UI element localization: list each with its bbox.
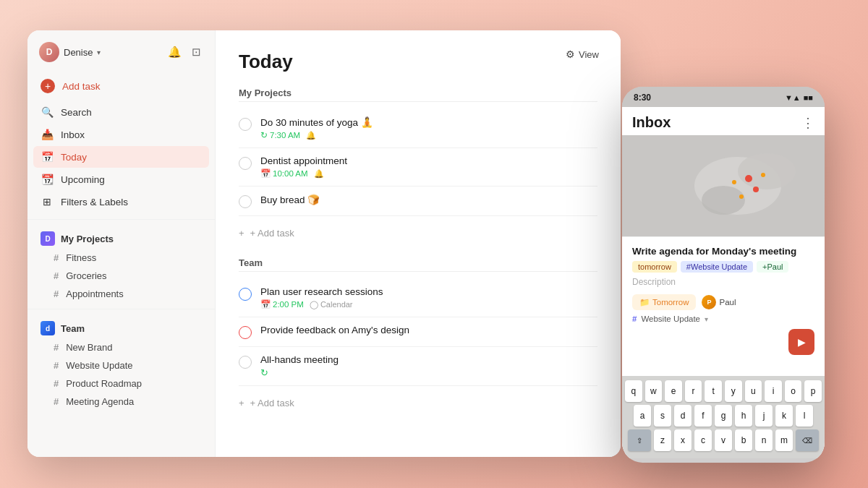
key-q[interactable]: q	[625, 380, 642, 402]
phone-overlay: 8:30 ▼▲ ■■ Inbox ⋮	[622, 87, 825, 463]
task-time: 📅 2:00 PM	[260, 299, 304, 309]
key-y[interactable]: y	[725, 380, 742, 402]
key-w[interactable]: w	[645, 380, 663, 402]
chevron-down-icon[interactable]: ▾	[705, 315, 708, 323]
team-header[interactable]: d Team	[33, 318, 209, 338]
sidebar-item-label: Inbox	[61, 129, 85, 140]
key-h[interactable]: h	[735, 405, 752, 427]
key-d[interactable]: d	[674, 405, 692, 427]
sidebar-item-meeting-agenda[interactable]: # Meeting Agenda	[33, 393, 209, 411]
task-time: ↻ 7:30 AM	[260, 130, 300, 140]
phone-status-bar: 8:30 ▼▲ ■■	[622, 87, 825, 107]
key-v[interactable]: v	[715, 429, 732, 451]
add-task-row-team[interactable]: + + Add task	[239, 392, 597, 414]
task-item: Buy bread 🍞	[239, 187, 597, 216]
project-label: Appointments	[66, 288, 124, 299]
sidebar-item-new-brand[interactable]: # New Brand	[33, 338, 209, 356]
key-e[interactable]: e	[665, 380, 682, 402]
tomorrow-button[interactable]: 📁 Tomorrow	[632, 294, 696, 310]
svg-point-4	[745, 175, 752, 182]
user-menu[interactable]: D Denise ▾	[39, 42, 101, 62]
add-task-row[interactable]: + + Add task	[239, 222, 597, 244]
key-g[interactable]: g	[715, 405, 732, 427]
sidebar-header: D Denise ▾ 🔔 ⊡	[27, 42, 215, 71]
key-c[interactable]: c	[694, 429, 712, 451]
key-r[interactable]: r	[685, 380, 702, 402]
sidebar-item-upcoming[interactable]: 📆 Upcoming	[33, 168, 209, 190]
task-item: Plan user research sessions 📅 2:00 PM ◯ …	[239, 279, 597, 317]
key-o[interactable]: o	[785, 380, 802, 402]
layout-icon[interactable]: ⊡	[189, 45, 203, 59]
phone-menu-dots[interactable]: ⋮	[801, 115, 814, 131]
send-button[interactable]: ▶	[788, 329, 814, 355]
tag-paul[interactable]: +Paul	[757, 261, 788, 273]
sidebar-item-fitness[interactable]: # Fitness	[33, 249, 209, 267]
key-u[interactable]: u	[745, 380, 762, 402]
key-z[interactable]: z	[654, 429, 671, 451]
tag-website[interactable]: #Website Update	[681, 261, 753, 273]
sidebar-item-today[interactable]: 📅 Today	[33, 146, 209, 168]
key-n[interactable]: n	[755, 429, 773, 451]
sidebar-item-website-update[interactable]: # Website Update	[33, 356, 209, 374]
phone-keyboard: q w e r t y u i o p a s d f g h j k l	[622, 376, 825, 458]
key-l[interactable]: l	[796, 405, 813, 427]
task-meta: 📅 10:00 AM 🔔	[260, 168, 597, 179]
task-meta: ↻	[260, 367, 597, 378]
sidebar-item-inbox[interactable]: 📥 Inbox	[33, 124, 209, 145]
keyboard-row-2: a s d f g h j k l	[625, 405, 822, 427]
task-checkbox[interactable]	[239, 326, 252, 339]
recurring-icon: ↻	[260, 367, 268, 378]
svg-point-7	[761, 173, 765, 177]
notifications-icon[interactable]: 🔔	[167, 45, 182, 59]
team-section-label: Team	[239, 257, 597, 272]
sidebar-item-product-roadmap[interactable]: # Product Roadmap	[33, 374, 209, 393]
task-checkbox[interactable]	[239, 118, 252, 131]
tomorrow-label: Tomorrow	[652, 298, 689, 307]
task-name: Plan user research sessions	[260, 286, 597, 297]
search-icon: 🔍	[41, 106, 54, 119]
upcoming-icon: 📆	[41, 173, 54, 186]
task-checkbox[interactable]	[239, 195, 252, 208]
key-s[interactable]: s	[654, 405, 671, 427]
my-projects-header[interactable]: D My Projects	[33, 228, 209, 249]
phone-map-area	[622, 135, 825, 236]
notification-footer: 📁 Tomorrow P Paul	[632, 294, 814, 310]
sidebar-nav: + Add task 🔍 Search 📥 Inbox 📅 Today 📆 Up…	[27, 71, 215, 216]
add-task-label: Add task	[62, 81, 101, 92]
add-task-button[interactable]: + Add task	[33, 74, 209, 98]
task-checkbox[interactable]	[239, 157, 252, 170]
sidebar-item-filters[interactable]: ⊞ Filters & Labels	[33, 191, 209, 213]
key-i[interactable]: i	[765, 380, 782, 402]
key-j[interactable]: j	[755, 405, 773, 427]
key-b[interactable]: b	[735, 429, 752, 451]
status-icons: ▼▲ ■■	[785, 93, 813, 102]
key-shift[interactable]: ⇧	[628, 429, 651, 451]
sidebar-item-search[interactable]: 🔍 Search	[33, 101, 209, 123]
project-label: Meeting Agenda	[66, 396, 134, 407]
key-t[interactable]: t	[705, 380, 722, 402]
key-x[interactable]: x	[674, 429, 692, 451]
task-content: Buy bread 🍞	[260, 194, 597, 207]
task-meta: ↻ 7:30 AM 🔔	[260, 130, 597, 140]
team-section: d Team # New Brand # Website Update # Pr…	[27, 312, 215, 414]
plus-icon: +	[239, 228, 244, 239]
key-k[interactable]: k	[775, 405, 793, 427]
view-button[interactable]: ⚙ View	[558, 45, 606, 64]
paul-name: Paul	[719, 298, 736, 307]
key-p[interactable]: p	[804, 380, 822, 402]
hash-icon: #	[54, 342, 59, 353]
chevron-down-icon: ▾	[97, 48, 101, 56]
task-checkbox[interactable]	[239, 356, 252, 369]
key-backspace[interactable]: ⌫	[796, 429, 819, 451]
svg-point-3	[702, 186, 745, 215]
key-f[interactable]: f	[694, 405, 712, 427]
phone-inbox-header: Inbox ⋮	[622, 107, 825, 135]
sidebar-item-groceries[interactable]: # Groceries	[33, 267, 209, 285]
task-checkbox[interactable]	[239, 288, 252, 301]
avatar: D	[39, 42, 59, 62]
key-a[interactable]: a	[634, 405, 651, 427]
sidebar-item-appointments[interactable]: # Appointments	[33, 285, 209, 303]
keyboard-row-1: q w e r t y u i o p	[625, 380, 822, 402]
key-m[interactable]: m	[775, 429, 793, 451]
tag-tomorrow[interactable]: tomorrow	[632, 261, 677, 273]
